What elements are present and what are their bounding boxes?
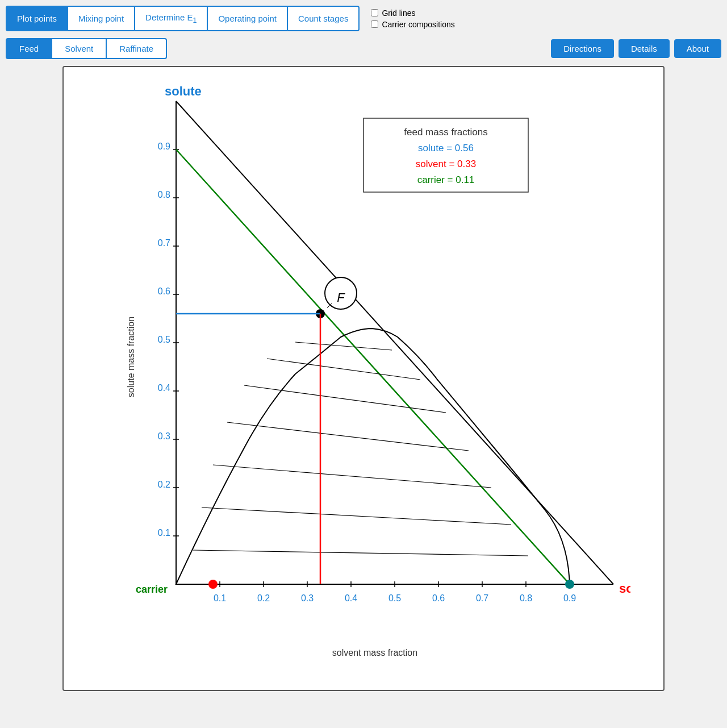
chart-container: solute mass fraction solvent mass fracti…: [62, 66, 665, 691]
svg-text:0.9: 0.9: [563, 593, 576, 603]
info-carrier: carrier = 0.11: [417, 174, 475, 185]
directions-button[interactable]: Directions: [551, 39, 614, 58]
svg-text:0.3: 0.3: [158, 431, 170, 441]
svg-text:0.8: 0.8: [520, 593, 532, 603]
svg-text:0.5: 0.5: [388, 593, 401, 603]
tab-raffinate[interactable]: Raffinate: [107, 38, 167, 59]
svg-line-43: [227, 422, 469, 451]
grid-lines-checkbox-label[interactable]: Grid lines: [371, 9, 454, 18]
svg-text:0.6: 0.6: [432, 593, 445, 603]
checkboxes-group: Grid lines Carrier compositions: [371, 9, 454, 29]
feed-label: F: [337, 290, 345, 305]
main-tab-group: Plot points Mixing point Determine E1 Op…: [6, 6, 360, 31]
svg-text:0.2: 0.2: [257, 593, 270, 603]
svg-line-41: [202, 507, 511, 525]
svg-text:0.9: 0.9: [158, 142, 170, 151]
top-bar: Plot points Mixing point Determine E1 Op…: [6, 6, 721, 31]
svg-line-39: [176, 149, 570, 584]
tab-plot-points[interactable]: Plot points: [6, 6, 68, 31]
svg-text:0.8: 0.8: [158, 190, 170, 199]
tab-feed[interactable]: Feed: [6, 38, 52, 59]
svg-line-40: [193, 550, 528, 556]
svg-line-46: [295, 342, 392, 350]
svg-text:0.7: 0.7: [158, 238, 170, 248]
y-axis-label: solute mass fraction: [126, 317, 136, 397]
solvent-point: [565, 580, 574, 589]
grid-lines-checkbox[interactable]: [371, 9, 378, 16]
svg-line-42: [213, 465, 491, 488]
carrier-point: [208, 580, 218, 589]
solvent-title: solvent: [619, 581, 630, 596]
carrier-compositions-checkbox[interactable]: [371, 20, 378, 28]
stream-tab-group: Feed Solvent Raffinate: [6, 38, 167, 59]
svg-text:0.4: 0.4: [158, 383, 170, 393]
second-bar: Feed Solvent Raffinate Directions Detail…: [6, 38, 721, 59]
svg-text:0.6: 0.6: [158, 286, 170, 296]
chart-area: solute mass fraction solvent mass fracti…: [119, 78, 630, 635]
tab-operating-point[interactable]: Operating point: [208, 6, 288, 31]
svg-text:0.4: 0.4: [345, 593, 357, 603]
chart-svg: solute solvent carrier 0.1 0.2 0.3 0.4 0…: [119, 78, 630, 635]
svg-text:0.3: 0.3: [301, 593, 314, 603]
carrier-compositions-checkbox-label[interactable]: Carrier compositions: [371, 20, 454, 29]
info-solute: solute = 0.56: [418, 143, 474, 153]
info-solvent: solvent = 0.33: [416, 159, 476, 169]
right-buttons-group: Directions Details About: [551, 39, 721, 58]
about-button[interactable]: About: [674, 39, 721, 58]
solute-title: solute: [165, 84, 202, 98]
x-axis-label: solvent mass fraction: [332, 648, 417, 658]
tab-mixing-point[interactable]: Mixing point: [68, 6, 135, 31]
tab-determine-e1[interactable]: Determine E1: [135, 6, 208, 31]
svg-text:0.2: 0.2: [158, 480, 170, 489]
tab-count-stages[interactable]: Count stages: [288, 6, 360, 31]
tab-solvent[interactable]: Solvent: [52, 38, 107, 59]
info-title: feed mass fractions: [404, 127, 487, 138]
svg-text:0.1: 0.1: [214, 593, 226, 603]
svg-text:0.7: 0.7: [476, 593, 488, 603]
details-button[interactable]: Details: [619, 39, 670, 58]
carrier-compositions-label: Carrier compositions: [382, 20, 454, 29]
svg-text:0.5: 0.5: [158, 335, 170, 344]
grid-lines-label: Grid lines: [382, 9, 415, 18]
svg-text:0.1: 0.1: [158, 528, 170, 538]
carrier-title: carrier: [136, 584, 168, 595]
svg-line-45: [267, 359, 420, 380]
